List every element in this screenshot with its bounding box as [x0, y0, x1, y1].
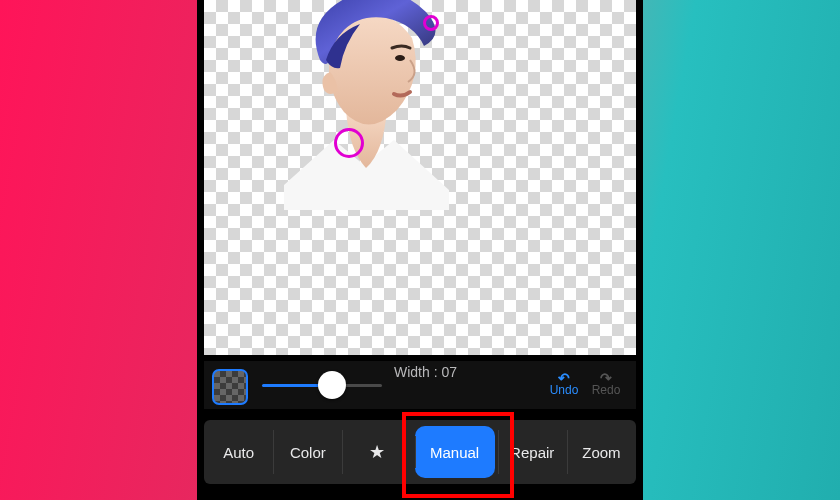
tool-label: Auto [223, 444, 254, 461]
tool-star[interactable]: ★ [342, 420, 411, 484]
undo-icon: ↶ [544, 373, 584, 383]
tool-repair[interactable]: Repair [498, 420, 567, 484]
svg-point-0 [395, 55, 405, 61]
width-slider-bar: Width : 07 ↶ Undo ↷ Redo [204, 361, 636, 409]
undo-button[interactable]: ↶ Undo [544, 373, 584, 397]
width-value-label: Width : 07 [394, 364, 457, 380]
width-slider-knob[interactable] [318, 371, 346, 399]
tool-manual[interactable]: Manual [415, 426, 495, 478]
tool-label: Repair [510, 444, 554, 461]
tool-label: Zoom [582, 444, 620, 461]
star-icon: ★ [369, 441, 385, 463]
tool-zoom[interactable]: Zoom [567, 420, 636, 484]
tool-label: Manual [430, 444, 479, 461]
tool-color[interactable]: Color [273, 420, 342, 484]
tool-toolbar: Auto Color ★ Manual Repair Zoom [204, 420, 636, 484]
tool-label: Color [290, 444, 326, 461]
brush-marker [334, 128, 364, 158]
redo-label: Redo [592, 383, 621, 397]
transparency-canvas[interactable] [204, 0, 636, 355]
brush-preview-icon[interactable] [212, 369, 248, 405]
subject-cutout [274, 0, 484, 210]
tool-auto[interactable]: Auto [204, 420, 273, 484]
editor-screen: Width : 07 ↶ Undo ↷ Redo Auto Color ★ Ma… [197, 0, 643, 500]
redo-icon: ↷ [586, 373, 626, 383]
undo-label: Undo [550, 383, 579, 397]
redo-button: ↷ Redo [586, 373, 626, 397]
brush-marker [423, 15, 439, 31]
